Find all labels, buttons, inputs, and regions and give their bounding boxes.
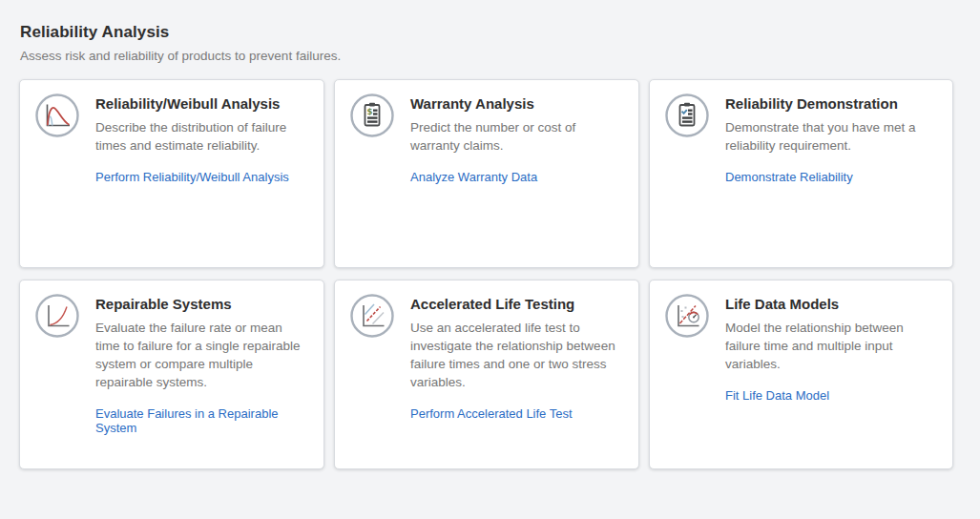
card-description: Evaluate the failure rate or mean time t… bbox=[95, 319, 309, 391]
card-title: Life Data Models bbox=[725, 296, 938, 312]
page-subtitle: Assess risk and reliability of products … bbox=[20, 49, 341, 63]
card-title: Reliability Demonstration bbox=[725, 95, 938, 112]
weibull-distribution-icon bbox=[34, 93, 80, 142]
page-header: Reliability Analysis Assess risk and rel… bbox=[20, 23, 341, 63]
card-description: Describe the distribution of failure tim… bbox=[95, 118, 309, 155]
card-body: Reliability/Weibull Analysis Describe th… bbox=[95, 93, 309, 185]
card-description: Use an accelerated life test to investig… bbox=[410, 319, 624, 391]
page-title: Reliability Analysis bbox=[20, 23, 341, 42]
card-title: Repairable Systems bbox=[95, 296, 309, 312]
card-title: Warranty Analysis bbox=[410, 95, 624, 112]
parallel-stress-lines-icon bbox=[349, 293, 395, 343]
card-description: Model the relationship between failure t… bbox=[725, 319, 938, 373]
perform-accelerated-life-test-link[interactable]: Perform Accelerated Life Test bbox=[410, 406, 573, 421]
rising-failure-curve-icon bbox=[34, 293, 80, 343]
analysis-cards-grid: Reliability/Weibull Analysis Describe th… bbox=[19, 79, 953, 469]
card-life-data-models: Life Data Models Model the relationship … bbox=[649, 280, 953, 469]
card-body: Reliability Demonstration Demonstrate th… bbox=[725, 93, 938, 185]
card-repairable-systems: Repairable Systems Evaluate the failure … bbox=[19, 280, 324, 469]
clipboard-dollar-icon: $ bbox=[349, 93, 395, 142]
reliability-analysis-page: Reliability Analysis Assess risk and rel… bbox=[0, 0, 980, 519]
card-body: Accelerated Life Testing Use an accelera… bbox=[410, 293, 624, 422]
perform-weibull-analysis-link[interactable]: Perform Reliability/Weibull Analysis bbox=[95, 170, 289, 184]
card-body: Warranty Analysis Predict the number or … bbox=[410, 93, 624, 185]
scatter-fit-gauge-icon bbox=[664, 293, 710, 343]
card-description: Demonstrate that you have met a reliabil… bbox=[725, 118, 938, 155]
demonstrate-reliability-link[interactable]: Demonstrate Reliability bbox=[725, 170, 853, 184]
card-reliability-weibull: Reliability/Weibull Analysis Describe th… bbox=[19, 79, 324, 268]
card-accelerated-life-testing: Accelerated Life Testing Use an accelera… bbox=[334, 280, 639, 469]
svg-text:$: $ bbox=[367, 107, 373, 116]
card-warranty-analysis: $ Warranty Analysis Predict the number o… bbox=[334, 79, 639, 268]
fit-life-data-model-link[interactable]: Fit Life Data Model bbox=[725, 388, 829, 403]
card-title: Accelerated Life Testing bbox=[410, 296, 624, 312]
card-body: Repairable Systems Evaluate the failure … bbox=[95, 293, 309, 436]
card-description: Predict the number or cost of warranty c… bbox=[410, 118, 624, 155]
card-body: Life Data Models Model the relationship … bbox=[725, 293, 938, 404]
card-reliability-demonstration: Reliability Demonstration Demonstrate th… bbox=[649, 79, 953, 268]
analyze-warranty-data-link[interactable]: Analyze Warranty Data bbox=[410, 170, 537, 184]
clipboard-check-icon bbox=[664, 93, 710, 142]
evaluate-repairable-system-link[interactable]: Evaluate Failures in a Repairable System bbox=[95, 406, 309, 435]
card-title: Reliability/Weibull Analysis bbox=[95, 95, 309, 112]
